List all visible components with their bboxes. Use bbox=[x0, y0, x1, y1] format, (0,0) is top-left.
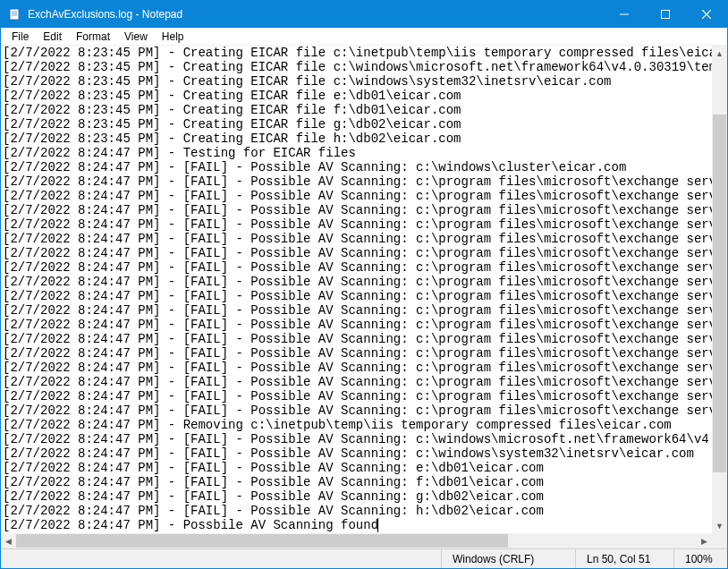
status-line-ending: Windows (CRLF) bbox=[441, 549, 575, 568]
status-zoom: 100% bbox=[673, 549, 727, 568]
notepad-window: ExchAvExclusions.log - Notepad File Edit… bbox=[0, 0, 728, 569]
status-cursor-position: Ln 50, Col 51 bbox=[575, 549, 673, 568]
window-controls bbox=[604, 1, 727, 28]
vertical-scrollbar[interactable]: ▲ ▼ bbox=[712, 46, 727, 533]
vscroll-thumb[interactable] bbox=[713, 115, 726, 472]
horizontal-scrollbar[interactable]: ◀ ▶ bbox=[1, 533, 712, 548]
menubar: File Edit Format View Help bbox=[1, 28, 727, 46]
scroll-left-arrow-icon[interactable]: ◀ bbox=[1, 533, 16, 548]
menu-file[interactable]: File bbox=[4, 29, 36, 45]
hscroll-thumb[interactable] bbox=[16, 534, 508, 548]
scroll-up-arrow-icon[interactable]: ▲ bbox=[712, 46, 727, 61]
svg-rect-5 bbox=[662, 11, 670, 19]
scroll-right-arrow-icon[interactable]: ▶ bbox=[697, 533, 712, 548]
content-area: [2/7/2022 8:23:45 PM] - Creating EICAR f… bbox=[1, 46, 727, 548]
close-button[interactable] bbox=[686, 1, 727, 28]
scroll-down-arrow-icon[interactable]: ▼ bbox=[712, 518, 727, 533]
statusbar: Windows (CRLF) Ln 50, Col 51 100% bbox=[1, 548, 727, 568]
minimize-button[interactable] bbox=[604, 1, 645, 28]
window-title: ExchAvExclusions.log - Notepad bbox=[28, 8, 604, 21]
svg-rect-0 bbox=[10, 9, 19, 20]
hscroll-track[interactable] bbox=[16, 533, 697, 548]
menu-edit[interactable]: Edit bbox=[36, 29, 69, 45]
menu-format[interactable]: Format bbox=[69, 29, 117, 45]
titlebar[interactable]: ExchAvExclusions.log - Notepad bbox=[1, 1, 727, 28]
notepad-app-icon bbox=[8, 7, 22, 21]
scrollbar-corner bbox=[712, 533, 727, 548]
vscroll-track[interactable] bbox=[712, 61, 727, 518]
text-editor[interactable]: [2/7/2022 8:23:45 PM] - Creating EICAR f… bbox=[1, 46, 727, 533]
maximize-button[interactable] bbox=[645, 1, 686, 28]
menu-view[interactable]: View bbox=[117, 29, 155, 45]
menu-help[interactable]: Help bbox=[155, 29, 191, 45]
